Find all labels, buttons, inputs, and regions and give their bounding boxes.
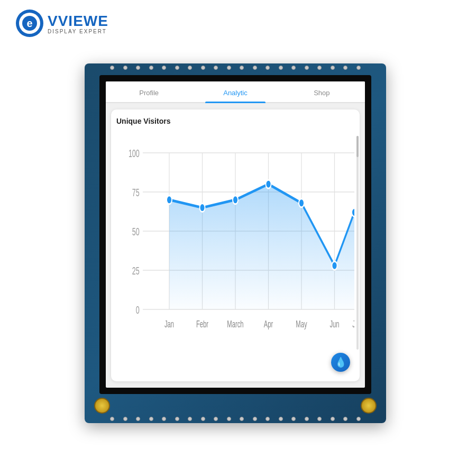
pin bbox=[175, 417, 179, 421]
pin bbox=[214, 66, 218, 70]
svg-point-17 bbox=[167, 196, 172, 204]
pin bbox=[162, 417, 166, 421]
pin bbox=[149, 66, 153, 70]
fab-button[interactable]: 💧 bbox=[331, 353, 350, 372]
pin bbox=[317, 66, 322, 70]
pin bbox=[175, 66, 179, 70]
brand-logo-icon: e bbox=[16, 10, 43, 37]
tab-profile[interactable]: Profile bbox=[106, 81, 192, 102]
pin bbox=[317, 417, 322, 421]
pin bbox=[214, 417, 218, 421]
svg-marker-16 bbox=[169, 184, 354, 309]
tab-profile-label: Profile bbox=[139, 89, 159, 97]
scrollbar-thumb bbox=[356, 136, 359, 157]
pin bbox=[123, 417, 127, 421]
tab-analytic[interactable]: Analytic bbox=[192, 81, 278, 102]
pin bbox=[188, 417, 192, 421]
pcb-component-bl bbox=[94, 398, 110, 414]
brand-tagline: DISPLAY EXPERT bbox=[48, 29, 108, 34]
svg-text:25: 25 bbox=[132, 265, 140, 277]
pin bbox=[266, 66, 270, 70]
svg-point-21 bbox=[299, 199, 304, 207]
svg-text:50: 50 bbox=[132, 226, 140, 238]
pin bbox=[201, 66, 205, 70]
chart-card: Unique Visitors 100 75 50 25 bbox=[111, 109, 360, 381]
svg-text:0: 0 bbox=[136, 304, 140, 316]
pin bbox=[240, 66, 244, 70]
pin bbox=[331, 417, 335, 421]
pin bbox=[240, 417, 244, 421]
tab-shop-label: Shop bbox=[314, 89, 329, 97]
svg-point-23 bbox=[352, 208, 354, 216]
pin bbox=[201, 417, 205, 421]
svg-text:March: March bbox=[227, 318, 243, 329]
pin bbox=[253, 66, 257, 70]
brand-logo-area: e VVIEWE DISPLAY EXPERT bbox=[16, 10, 108, 37]
brand-name-v: V bbox=[48, 13, 58, 29]
chart-title: Unique Visitors bbox=[116, 117, 354, 125]
svg-text:e: e bbox=[26, 17, 32, 29]
svg-point-18 bbox=[200, 204, 205, 212]
water-drop-icon: 💧 bbox=[335, 356, 346, 368]
pin bbox=[356, 66, 361, 70]
tab-shop[interactable]: Shop bbox=[279, 81, 365, 102]
pin bbox=[110, 417, 114, 421]
pcb-component-br bbox=[361, 398, 377, 414]
pin bbox=[162, 66, 166, 70]
pin bbox=[343, 66, 347, 70]
lcd-screen: Profile Analytic Shop Unique Visitors bbox=[106, 81, 365, 388]
pin bbox=[305, 417, 309, 421]
pin bbox=[227, 66, 231, 70]
pin bbox=[356, 417, 361, 421]
app-ui: Profile Analytic Shop Unique Visitors bbox=[106, 81, 365, 388]
pcb-pins-bottom bbox=[106, 417, 365, 421]
lcd-bezel: Profile Analytic Shop Unique Visitors bbox=[99, 75, 371, 394]
svg-point-22 bbox=[332, 261, 337, 270]
svg-text:100: 100 bbox=[129, 148, 140, 160]
svg-text:May: May bbox=[296, 318, 307, 329]
tab-bar: Profile Analytic Shop bbox=[106, 81, 365, 103]
pin bbox=[343, 417, 347, 421]
svg-text:Febr: Febr bbox=[196, 318, 208, 329]
pin bbox=[253, 417, 257, 421]
svg-text:July: July bbox=[352, 318, 354, 329]
pin bbox=[227, 417, 231, 421]
pin bbox=[291, 66, 296, 70]
pin bbox=[279, 417, 283, 421]
pcb-pins-top bbox=[106, 66, 365, 70]
visitors-chart: 100 75 50 25 0 bbox=[116, 132, 354, 375]
svg-text:Apr: Apr bbox=[264, 318, 273, 329]
svg-text:Jun: Jun bbox=[329, 318, 339, 329]
brand-text-group: VVIEWE DISPLAY EXPERT bbox=[48, 13, 108, 34]
svg-text:Jan: Jan bbox=[164, 318, 174, 329]
brand-name-rest: VIEWE bbox=[58, 13, 108, 29]
pin bbox=[291, 417, 296, 421]
pin bbox=[331, 66, 335, 70]
pin bbox=[110, 66, 114, 70]
brand-name: VVIEWE bbox=[48, 13, 108, 30]
pin bbox=[123, 66, 127, 70]
pin bbox=[136, 417, 140, 421]
pin bbox=[305, 66, 309, 70]
pin bbox=[136, 66, 140, 70]
pin bbox=[188, 66, 192, 70]
pin bbox=[279, 66, 283, 70]
scrollbar-track[interactable] bbox=[356, 136, 359, 350]
tab-analytic-label: Analytic bbox=[223, 89, 248, 97]
svg-point-20 bbox=[266, 180, 271, 188]
svg-text:75: 75 bbox=[132, 187, 140, 199]
svg-point-19 bbox=[233, 196, 238, 204]
pin bbox=[149, 417, 153, 421]
pcb-board: Profile Analytic Shop Unique Visitors bbox=[85, 63, 386, 423]
pin bbox=[266, 417, 270, 421]
